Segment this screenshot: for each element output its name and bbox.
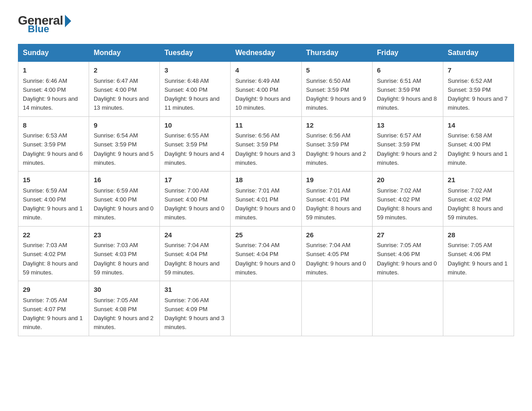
calendar-week-4: 22Sunrise: 7:03 AMSunset: 4:02 PMDayligh… [18, 226, 514, 281]
day-number: 29 [23, 285, 84, 295]
day-number: 27 [377, 230, 438, 240]
day-info: Sunrise: 7:03 AMSunset: 4:02 PMDaylight:… [23, 242, 78, 276]
day-info: Sunrise: 6:55 AMSunset: 3:59 PMDaylight:… [164, 132, 224, 166]
calendar-cell: 31Sunrise: 7:06 AMSunset: 4:09 PMDayligh… [160, 281, 231, 336]
day-number: 1 [23, 65, 84, 76]
day-info: Sunrise: 6:59 AMSunset: 4:00 PMDaylight:… [94, 187, 154, 221]
day-number: 16 [94, 175, 155, 185]
page-header: General Blue [18, 13, 514, 35]
logo-blue-text: Blue [28, 23, 49, 35]
day-info: Sunrise: 6:50 AMSunset: 3:59 PMDaylight:… [306, 77, 366, 111]
day-number: 17 [164, 175, 226, 185]
calendar-cell: 1Sunrise: 6:46 AMSunset: 4:00 PMDaylight… [18, 62, 89, 117]
day-number: 9 [94, 120, 155, 131]
logo-arrow-icon [65, 15, 71, 27]
day-info: Sunrise: 6:48 AMSunset: 4:00 PMDaylight:… [164, 77, 219, 111]
day-number: 25 [235, 230, 296, 240]
day-info: Sunrise: 7:05 AMSunset: 4:06 PMDaylight:… [377, 242, 437, 276]
day-info: Sunrise: 7:03 AMSunset: 4:03 PMDaylight:… [94, 242, 149, 276]
day-number: 10 [164, 120, 226, 131]
day-info: Sunrise: 7:04 AMSunset: 4:04 PMDaylight:… [164, 242, 219, 276]
day-number: 19 [306, 175, 368, 185]
day-info: Sunrise: 6:57 AMSunset: 3:59 PMDaylight:… [377, 132, 437, 166]
calendar-cell [443, 281, 514, 336]
day-number: 21 [448, 175, 509, 185]
day-info: Sunrise: 7:01 AMSunset: 4:01 PMDaylight:… [306, 187, 361, 221]
day-number: 20 [377, 175, 438, 185]
day-info: Sunrise: 6:58 AMSunset: 4:00 PMDaylight:… [448, 132, 508, 166]
calendar-header-tuesday: Tuesday [160, 44, 231, 62]
calendar-cell: 26Sunrise: 7:04 AMSunset: 4:05 PMDayligh… [301, 226, 372, 281]
calendar-cell: 19Sunrise: 7:01 AMSunset: 4:01 PMDayligh… [301, 171, 372, 227]
day-info: Sunrise: 7:04 AMSunset: 4:04 PMDaylight:… [235, 242, 295, 276]
calendar-cell: 23Sunrise: 7:03 AMSunset: 4:03 PMDayligh… [89, 226, 160, 281]
calendar-cell: 16Sunrise: 6:59 AMSunset: 4:00 PMDayligh… [89, 171, 160, 227]
calendar-cell [372, 281, 443, 336]
calendar-cell: 9Sunrise: 6:54 AMSunset: 3:59 PMDaylight… [89, 116, 160, 171]
day-number: 11 [235, 120, 296, 131]
day-number: 14 [448, 120, 509, 131]
day-number: 13 [377, 120, 438, 131]
calendar-cell: 8Sunrise: 6:53 AMSunset: 3:59 PMDaylight… [18, 116, 89, 171]
day-info: Sunrise: 6:54 AMSunset: 3:59 PMDaylight:… [94, 132, 154, 166]
day-info: Sunrise: 6:51 AMSunset: 3:59 PMDaylight:… [377, 77, 437, 111]
calendar-header-row: SundayMondayTuesdayWednesdayThursdayFrid… [18, 44, 514, 62]
day-number: 3 [164, 65, 226, 76]
calendar-week-1: 1Sunrise: 6:46 AMSunset: 4:00 PMDaylight… [18, 62, 514, 117]
day-number: 26 [306, 230, 368, 240]
day-info: Sunrise: 6:49 AMSunset: 4:00 PMDaylight:… [235, 77, 290, 111]
calendar-cell: 10Sunrise: 6:55 AMSunset: 3:59 PMDayligh… [160, 116, 231, 171]
day-number: 18 [235, 175, 296, 185]
day-info: Sunrise: 6:56 AMSunset: 3:59 PMDaylight:… [235, 132, 295, 166]
calendar-cell [301, 281, 372, 336]
day-number: 22 [23, 230, 84, 240]
calendar-header-friday: Friday [372, 44, 443, 62]
calendar-cell: 24Sunrise: 7:04 AMSunset: 4:04 PMDayligh… [160, 226, 231, 281]
calendar-cell: 6Sunrise: 6:51 AMSunset: 3:59 PMDaylight… [372, 62, 443, 117]
calendar-cell: 14Sunrise: 6:58 AMSunset: 4:00 PMDayligh… [443, 116, 514, 171]
day-info: Sunrise: 7:02 AMSunset: 4:02 PMDaylight:… [448, 187, 503, 221]
calendar-cell: 3Sunrise: 6:48 AMSunset: 4:00 PMDaylight… [160, 62, 231, 117]
calendar-cell: 7Sunrise: 6:52 AMSunset: 3:59 PMDaylight… [443, 62, 514, 117]
calendar-header-monday: Monday [89, 44, 160, 62]
day-number: 24 [164, 230, 226, 240]
calendar-cell: 21Sunrise: 7:02 AMSunset: 4:02 PMDayligh… [443, 171, 514, 227]
calendar-header-sunday: Sunday [18, 44, 89, 62]
day-number: 2 [94, 65, 155, 76]
day-number: 15 [23, 175, 84, 185]
calendar-cell: 22Sunrise: 7:03 AMSunset: 4:02 PMDayligh… [18, 226, 89, 281]
day-number: 6 [377, 65, 438, 76]
calendar-header-saturday: Saturday [443, 44, 514, 62]
day-number: 7 [448, 65, 509, 76]
calendar-cell: 20Sunrise: 7:02 AMSunset: 4:02 PMDayligh… [372, 171, 443, 227]
calendar-cell: 4Sunrise: 6:49 AMSunset: 4:00 PMDaylight… [231, 62, 301, 117]
calendar-cell: 12Sunrise: 6:56 AMSunset: 3:59 PMDayligh… [301, 116, 372, 171]
day-number: 28 [448, 230, 509, 240]
day-info: Sunrise: 7:05 AMSunset: 4:06 PMDaylight:… [448, 242, 508, 276]
calendar-cell: 29Sunrise: 7:05 AMSunset: 4:07 PMDayligh… [18, 281, 89, 336]
calendar-table: SundayMondayTuesdayWednesdayThursdayFrid… [18, 44, 514, 336]
day-info: Sunrise: 7:05 AMSunset: 4:07 PMDaylight:… [23, 297, 83, 331]
calendar-week-5: 29Sunrise: 7:05 AMSunset: 4:07 PMDayligh… [18, 281, 514, 336]
calendar-cell: 5Sunrise: 6:50 AMSunset: 3:59 PMDaylight… [301, 62, 372, 117]
calendar-body: 1Sunrise: 6:46 AMSunset: 4:00 PMDaylight… [18, 62, 514, 336]
calendar-cell: 2Sunrise: 6:47 AMSunset: 4:00 PMDaylight… [89, 62, 160, 117]
day-info: Sunrise: 6:46 AMSunset: 4:00 PMDaylight:… [23, 77, 78, 111]
calendar-week-2: 8Sunrise: 6:53 AMSunset: 3:59 PMDaylight… [18, 116, 514, 171]
day-number: 5 [306, 65, 368, 76]
calendar-cell: 13Sunrise: 6:57 AMSunset: 3:59 PMDayligh… [372, 116, 443, 171]
logo: General Blue [18, 13, 71, 35]
day-info: Sunrise: 7:02 AMSunset: 4:02 PMDaylight:… [377, 187, 432, 221]
calendar-cell: 17Sunrise: 7:00 AMSunset: 4:00 PMDayligh… [160, 171, 231, 227]
calendar-cell: 28Sunrise: 7:05 AMSunset: 4:06 PMDayligh… [443, 226, 514, 281]
day-info: Sunrise: 7:01 AMSunset: 4:01 PMDaylight:… [235, 187, 295, 221]
day-info: Sunrise: 7:05 AMSunset: 4:08 PMDaylight:… [94, 297, 154, 331]
calendar-cell: 18Sunrise: 7:01 AMSunset: 4:01 PMDayligh… [231, 171, 301, 227]
day-number: 4 [235, 65, 296, 76]
calendar-cell: 25Sunrise: 7:04 AMSunset: 4:04 PMDayligh… [231, 226, 301, 281]
day-info: Sunrise: 6:47 AMSunset: 4:00 PMDaylight:… [94, 77, 149, 111]
day-info: Sunrise: 7:00 AMSunset: 4:00 PMDaylight:… [164, 187, 224, 221]
calendar-cell [231, 281, 301, 336]
calendar-header-wednesday: Wednesday [231, 44, 301, 62]
day-info: Sunrise: 7:04 AMSunset: 4:05 PMDaylight:… [306, 242, 366, 276]
